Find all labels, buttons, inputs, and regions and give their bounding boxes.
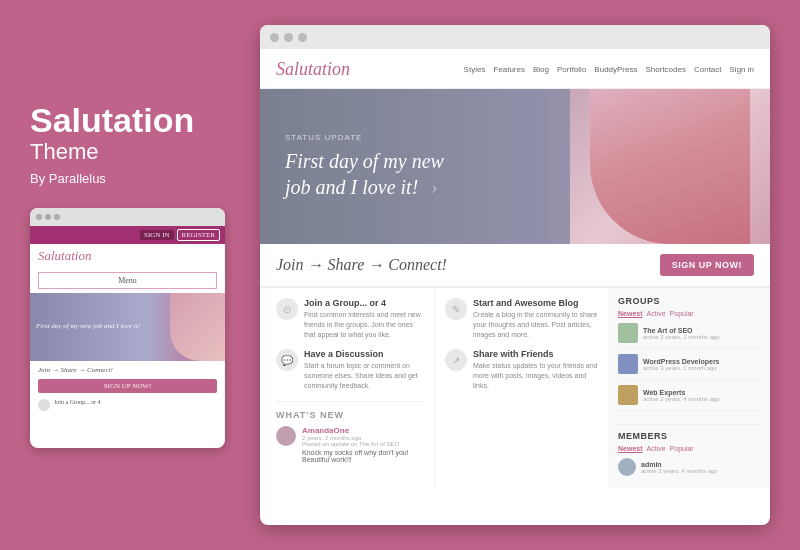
theme-title: Salutation (30, 102, 230, 139)
site-logo: Salutation (276, 59, 350, 80)
feature-discuss: 💬 Have a Discussion Start a forum topic … (276, 349, 424, 390)
whats-new-title: WHAT'S NEW (276, 410, 424, 420)
groups-title: GROUPS (618, 296, 762, 306)
groups-members-sidebar: GROUPS Newest Active Popular The Art of … (610, 288, 770, 488)
group-info-3: Web Experts active 2 years, 4 months ago (643, 389, 720, 402)
members-tabs: Newest Active Popular (618, 445, 762, 452)
groups-tabs: Newest Active Popular (618, 310, 762, 317)
member-item-1: admin active 2 years, 4 months ago (618, 458, 762, 476)
mini-hero-image (170, 293, 225, 361)
group-thumb-3 (618, 385, 638, 405)
feature-join: ⊙ Join a Group... or 4 Find common inter… (276, 298, 424, 339)
blog-icon: ✎ (445, 298, 467, 320)
nav-item-features[interactable]: Features (493, 65, 525, 74)
members-title: MEMBERS (618, 431, 762, 441)
groups-tab-active[interactable]: Active (647, 310, 666, 317)
group-thumb-1 (618, 323, 638, 343)
hero-left: STATUS UPDATE First day of my new job an… (260, 113, 469, 220)
mini-dot-1 (36, 214, 42, 220)
mini-feature-text: Join a Group... or 4 (54, 399, 101, 405)
main-dot-2 (284, 33, 293, 42)
status-label: STATUS UPDATE (285, 133, 444, 142)
members-tab-newest[interactable]: Newest (618, 445, 643, 452)
join-icon: ⊙ (276, 298, 298, 320)
nav-item-styles[interactable]: Styles (464, 65, 486, 74)
activity-sub-meta: Posted an update on The Art of SEO (302, 441, 424, 447)
discuss-icon: 💬 (276, 349, 298, 371)
feature-discuss-text: Have a Discussion Start a forum topic or… (304, 349, 424, 390)
features-right: ✎ Start and Awesome Blog Create a blog i… (435, 288, 610, 488)
activity-text: Knock my socks off why don't you! Beauti… (302, 449, 424, 463)
members-tab-popular[interactable]: Popular (670, 445, 694, 452)
group-info-2: WordPress Developers active 3 years, 1 m… (643, 358, 720, 371)
feature-blog: ✎ Start and Awesome Blog Create a blog i… (445, 298, 599, 339)
site-nav: Styles Features Blog Portfolio BuddyPres… (464, 65, 754, 74)
activity-content: AmandaOne 2 years, 2 months ago Posted a… (302, 426, 424, 463)
mini-feature-item: Join a Group... or 4 (30, 397, 225, 413)
groups-tab-popular[interactable]: Popular (670, 310, 694, 317)
nav-item-blog[interactable]: Blog (533, 65, 549, 74)
nav-item-signin[interactable]: Sign in (730, 65, 754, 74)
theme-by: By Parallelus (30, 171, 230, 186)
nav-item-shortcodes[interactable]: Shortcodes (645, 65, 685, 74)
group-item-2: WordPress Developers active 3 years, 1 m… (618, 354, 762, 380)
feature-join-text: Join a Group... or 4 Find common interes… (304, 298, 424, 339)
share-icon: ↗ (445, 349, 467, 371)
activity-avatar (276, 426, 296, 446)
mini-dot-3 (54, 214, 60, 220)
members-tab-active[interactable]: Active (647, 445, 666, 452)
groups-section: GROUPS Newest Active Popular The Art of … (618, 296, 762, 424)
left-panel: Salutation Theme By Parallelus SIGN IN R… (30, 102, 230, 448)
signup-button[interactable]: SIGN UP NOW! (660, 254, 754, 276)
mini-browser-bar (30, 208, 225, 226)
nav-item-contact[interactable]: Contact (694, 65, 722, 74)
mini-feature-icon (38, 399, 50, 411)
group-info-1: The Art of SEO active 2 years, 2 months … (643, 327, 720, 340)
member-avatar-1 (618, 458, 636, 476)
mini-dot-2 (45, 214, 51, 220)
mini-nav-bar: SIGN IN REGISTER (30, 226, 225, 244)
hero-person-image (590, 89, 750, 244)
group-item-3: Web Experts active 2 years, 4 months ago (618, 385, 762, 411)
whats-new-section: WHAT'S NEW AmandaOne 2 years, 2 months a… (276, 401, 424, 463)
main-browser-bar (260, 25, 770, 49)
hero-arrow-icon: › (431, 178, 437, 198)
content-grid: ⊙ Join a Group... or 4 Find common inter… (260, 287, 770, 488)
group-item-1: The Art of SEO active 2 years, 2 months … (618, 323, 762, 349)
members-section: MEMBERS Newest Active Popular admin acti… (618, 424, 762, 476)
groups-tab-newest[interactable]: Newest (618, 310, 643, 317)
main-dot-1 (270, 33, 279, 42)
mini-join-text: Join → Share → Connect! (30, 361, 225, 379)
mini-site-logo: Salutation (30, 244, 225, 268)
feature-share-text: Share with Friends Make status updates t… (473, 349, 599, 390)
nav-item-buddypress[interactable]: BuddyPress (594, 65, 637, 74)
mini-signin-button: SIGN IN (140, 230, 173, 240)
features-left: ⊙ Join a Group... or 4 Find common inter… (260, 288, 435, 488)
main-dot-3 (298, 33, 307, 42)
member-info-1: admin active 2 years, 4 months ago (641, 461, 718, 474)
nav-item-portfolio[interactable]: Portfolio (557, 65, 586, 74)
hero-section: STATUS UPDATE First day of my new job an… (260, 89, 770, 244)
mini-hero: First day of my new job and I love it! (30, 293, 225, 361)
mini-menu-bar: Menu (38, 272, 217, 289)
join-bar-text: Join → Share → Connect! (276, 256, 652, 274)
feature-blog-text: Start and Awesome Blog Create a blog in … (473, 298, 599, 339)
mini-hero-text: First day of my new job and I love it! (36, 322, 140, 332)
hero-photo (570, 89, 770, 244)
main-browser: Salutation Styles Features Blog Portfoli… (260, 25, 770, 525)
mini-signup-button: SIGN UP NOW! (38, 379, 217, 393)
site-header: Salutation Styles Features Blog Portfoli… (260, 49, 770, 89)
join-bar: Join → Share → Connect! SIGN UP NOW! (260, 244, 770, 287)
feature-share: ↗ Share with Friends Make status updates… (445, 349, 599, 390)
mini-browser-preview: SIGN IN REGISTER Salutation Menu First d… (30, 208, 225, 448)
mini-register-button: REGISTER (177, 229, 220, 241)
group-thumb-2 (618, 354, 638, 374)
activity-username: AmandaOne (302, 426, 424, 435)
theme-subtitle: Theme (30, 139, 230, 165)
activity-item: AmandaOne 2 years, 2 months ago Posted a… (276, 426, 424, 463)
hero-text: First day of my new job and I love it! › (285, 148, 444, 200)
